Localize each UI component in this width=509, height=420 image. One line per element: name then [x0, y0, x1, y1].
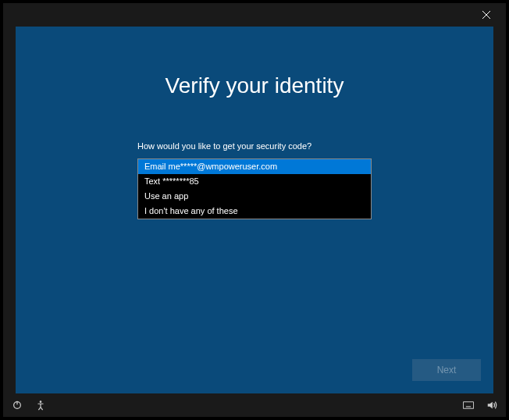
close-icon: [482, 11, 490, 19]
svg-point-4: [40, 400, 42, 403]
svg-rect-5: [463, 402, 473, 409]
verification-method-dropdown[interactable]: Email me*****@wmpoweruser.com Text *****…: [137, 158, 372, 219]
taskbar-left: [11, 399, 47, 411]
ease-of-access-icon[interactable]: [34, 399, 47, 411]
page-title: Verify your identity: [166, 73, 344, 98]
close-button[interactable]: [475, 3, 498, 27]
option-text[interactable]: Text ********85: [138, 174, 371, 189]
keyboard-icon[interactable]: [462, 399, 475, 411]
content-area: Verify your identity How would you like …: [16, 27, 493, 393]
prompt-text: How would you like to get your security …: [137, 141, 372, 151]
titlebar: [3, 3, 506, 27]
taskbar-right: [462, 399, 498, 411]
taskbar: [3, 393, 506, 417]
oobe-window: Verify your identity How would you like …: [3, 3, 506, 417]
option-none[interactable]: I don't have any of these: [138, 204, 371, 219]
next-button[interactable]: Next: [412, 359, 481, 381]
form-block: How would you like to get your security …: [137, 141, 372, 219]
option-app[interactable]: Use an app: [138, 189, 371, 204]
option-email[interactable]: Email me*****@wmpoweruser.com: [138, 159, 371, 174]
power-icon[interactable]: [11, 399, 23, 411]
volume-icon[interactable]: [486, 399, 498, 411]
